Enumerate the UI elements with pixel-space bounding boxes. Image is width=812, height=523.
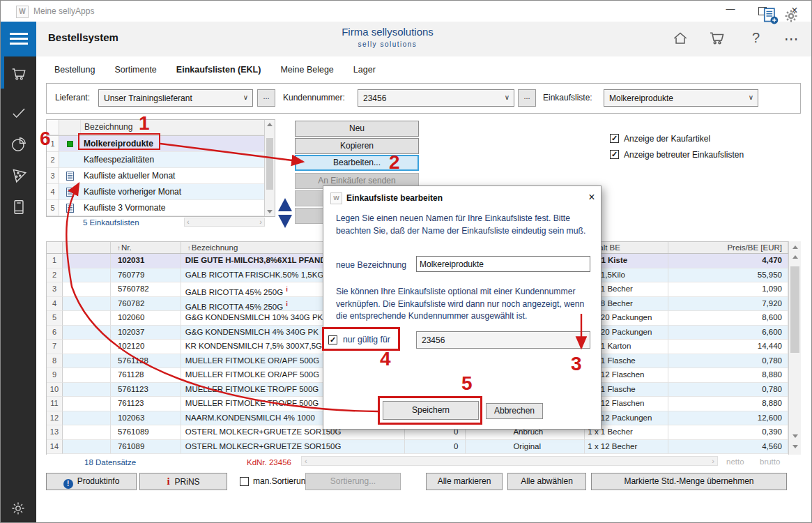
minimize-button[interactable]: — bbox=[719, 1, 742, 21]
table-vertical-scrollbar[interactable] bbox=[788, 241, 801, 455]
hamburger-menu-button[interactable] bbox=[1, 22, 36, 56]
kundennummer-browse-button[interactable]: ... bbox=[518, 89, 536, 107]
edit-button[interactable]: Bearbeiten... bbox=[295, 155, 419, 171]
list-item-label: Kaufliste vorheriger Monat bbox=[80, 184, 275, 200]
checkbox-icon[interactable] bbox=[240, 477, 249, 486]
table-row[interactable]: 14761089OSTERL MOLKECR+GRUETZE SOR150G0O… bbox=[47, 440, 788, 455]
row-number: 3 bbox=[47, 282, 63, 297]
scroll-right-icon[interactable]: › bbox=[259, 218, 262, 226]
cell-nr: 5761123 bbox=[111, 383, 181, 397]
new-list-icon[interactable] bbox=[763, 7, 779, 28]
dialog-intro-text: Legen Sie einen neuen Namen für Ihre Ein… bbox=[336, 213, 592, 237]
lieferant-browse-button[interactable]: ... bbox=[257, 89, 275, 107]
list-header-gutter bbox=[47, 120, 59, 135]
column-header-preis[interactable]: Preis/BE [EUR] bbox=[668, 242, 788, 253]
scroll-left-icon[interactable]: ‹ bbox=[305, 457, 307, 465]
list-horizontal-scrollbar[interactable]: ‹ › bbox=[184, 218, 265, 227]
produktinfo-button[interactable]: !Produktinfo bbox=[46, 473, 137, 490]
list-item[interactable]: 4Kaufliste vorheriger Monat bbox=[47, 184, 275, 200]
tab-lager[interactable]: Lager bbox=[353, 63, 376, 76]
deselect-all-button[interactable]: Alle abwählen bbox=[507, 473, 586, 490]
dialog-info-text: Sie können Ihre Einkaufsliste optional m… bbox=[336, 286, 592, 323]
list-vertical-scrollbar[interactable] bbox=[264, 120, 275, 216]
manual-sort-label: man.Sortierung bbox=[253, 476, 310, 486]
manual-sort-checkbox[interactable]: man.Sortierung bbox=[240, 476, 310, 486]
apply-std-menge-button[interactable]: Markierte Std.-Menge übernehmen bbox=[591, 473, 787, 490]
table-horizontal-scrollbar[interactable]: ‹ › bbox=[301, 456, 718, 466]
tab-bestellung[interactable]: Bestellung bbox=[54, 63, 95, 76]
name-input[interactable] bbox=[416, 256, 590, 272]
column-header-nr[interactable]: ↑Nr. bbox=[111, 242, 181, 253]
scroll-right-icon[interactable]: › bbox=[712, 457, 714, 465]
tab-einkaufslisten-ekl[interactable]: Einkaufslisten (EKL) bbox=[176, 63, 262, 76]
move-up-button[interactable] bbox=[278, 198, 292, 211]
valid-for-checkbox[interactable]: ✓ nur gültig für bbox=[328, 335, 390, 344]
sidebar-item-pizza[interactable] bbox=[10, 166, 28, 184]
help-icon[interactable]: ? bbox=[752, 30, 760, 46]
settings-gear-icon[interactable] bbox=[10, 500, 28, 518]
row-number: 1 bbox=[47, 136, 59, 152]
scroll-left-icon[interactable]: ‹ bbox=[187, 218, 190, 226]
list-item[interactable]: 1Molkereiprodukte bbox=[47, 136, 275, 152]
list-item[interactable]: 3Kaufliste aktueller Monat bbox=[47, 168, 275, 184]
brutto-label[interactable]: brutto bbox=[760, 457, 780, 466]
tab-meine-belege[interactable]: Meine Belege bbox=[279, 63, 334, 76]
move-down-button[interactable] bbox=[278, 215, 292, 228]
cancel-button[interactable]: Abbrechen bbox=[486, 403, 543, 419]
name-field-label: neue Bezeichnung bbox=[336, 260, 406, 270]
select-all-button[interactable]: Alle markieren bbox=[426, 473, 503, 490]
active-list-icon bbox=[59, 136, 80, 152]
row-number: 13 bbox=[47, 425, 63, 440]
sidebar-item-pie-chart[interactable] bbox=[10, 135, 28, 153]
cell-nr: 102037 bbox=[111, 326, 181, 340]
list-item-label: Kaufliste 3 Vormonate bbox=[80, 200, 275, 216]
view-option-anzeige-der-kaufartikel[interactable]: ✓Anzeige der Kaufartikel bbox=[610, 130, 744, 146]
chevron-down-icon: ∨ bbox=[505, 93, 510, 101]
dialog-logo-icon: W bbox=[330, 192, 342, 204]
sortierung-button[interactable]: Sortierung... bbox=[305, 473, 401, 490]
scrollbar-thumb[interactable] bbox=[790, 266, 799, 353]
copy-button[interactable]: Kopieren bbox=[295, 138, 419, 154]
lieferant-select[interactable]: Unser Trainingslieferant ∨ bbox=[98, 89, 253, 107]
dialog-kundennummer-value: 23456 bbox=[422, 335, 445, 345]
cell-nr: 102031 bbox=[111, 254, 181, 268]
row-number: 5 bbox=[47, 311, 63, 326]
app-window: W Meine sellyApps — × Bestellsystem Firm… bbox=[0, 0, 812, 523]
cell-nr: 5761128 bbox=[111, 354, 181, 369]
sidebar-item-check[interactable] bbox=[10, 104, 28, 122]
dialog-close-icon[interactable]: × bbox=[584, 190, 599, 205]
scrollbar-thumb[interactable] bbox=[266, 138, 273, 190]
new-button[interactable]: Neu bbox=[295, 121, 419, 137]
kundennummer-select[interactable]: 23456 ∨ bbox=[358, 89, 514, 107]
save-button[interactable]: Speichern bbox=[383, 401, 479, 420]
netto-label[interactable]: netto bbox=[726, 457, 744, 466]
row-icon-cell bbox=[63, 297, 111, 312]
sidebar-item-cart[interactable] bbox=[10, 65, 28, 83]
checkbox-icon[interactable]: ✓ bbox=[610, 150, 619, 159]
more-options-icon[interactable]: ⋯ bbox=[784, 31, 799, 47]
einkaufsliste-select[interactable]: Molkereiprodukte ∨ bbox=[604, 89, 758, 107]
tab-sortimente[interactable]: Sortimente bbox=[114, 63, 157, 76]
prins-icon: i bbox=[167, 476, 169, 487]
prins-button[interactable]: iPRiNS bbox=[139, 473, 227, 490]
list-header-label[interactable]: Bezeichnung bbox=[81, 120, 275, 135]
home-icon[interactable] bbox=[671, 29, 689, 50]
cart-icon[interactable] bbox=[707, 29, 727, 50]
list-item-label: Kaffeespezialitäten bbox=[80, 152, 275, 168]
view-option-anzeige-betreuter-einkaufslisten[interactable]: ✓Anzeige betreuter Einkaufslisten bbox=[610, 146, 744, 162]
sidebar-item-book[interactable] bbox=[10, 198, 28, 216]
cell-nr: 102120 bbox=[111, 340, 181, 354]
list-item[interactable]: 2Kaffeespezialitäten bbox=[47, 152, 275, 168]
sidebar-active-indicator bbox=[1, 56, 4, 89]
sort-up-icon: ↑ bbox=[187, 244, 191, 252]
lieferant-value: Unser Trainingslieferant bbox=[104, 93, 192, 103]
row-number: 3 bbox=[47, 168, 59, 184]
view-options: ✓Anzeige der Kaufartikel✓Anzeige betreut… bbox=[610, 130, 744, 162]
row-number: 4 bbox=[47, 184, 59, 200]
gear-icon[interactable] bbox=[783, 8, 799, 27]
dialog-kundennummer-select[interactable]: 23456 ∨ bbox=[416, 331, 590, 349]
list-item[interactable]: 5Kaufliste 3 Vormonate bbox=[47, 200, 275, 216]
einkaufsliste-value: Molkereiprodukte bbox=[609, 93, 673, 103]
checkbox-icon[interactable]: ✓ bbox=[328, 335, 337, 344]
checkbox-icon[interactable]: ✓ bbox=[610, 134, 619, 143]
